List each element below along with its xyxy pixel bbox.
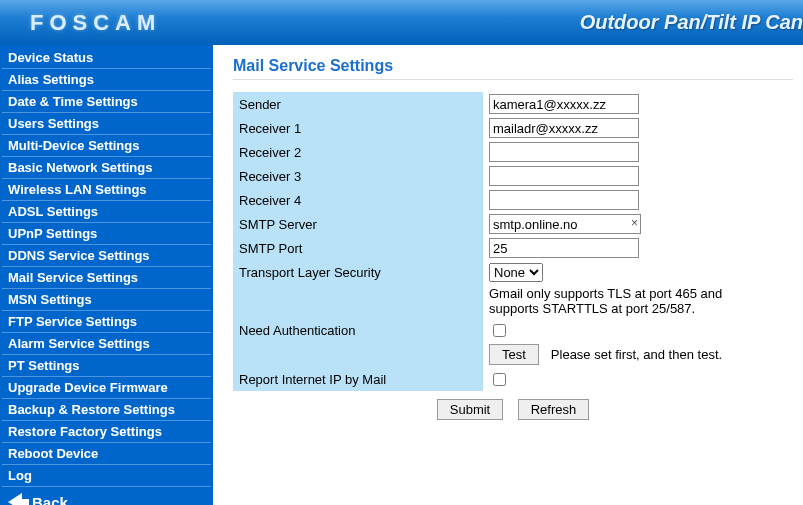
product-title: Outdoor Pan/Tilt IP Can — [580, 11, 803, 34]
sender-input[interactable] — [489, 94, 639, 114]
back-label: Back — [32, 494, 68, 506]
page-title: Mail Service Settings — [233, 57, 793, 75]
sidebar-item-8[interactable]: UPnP Settings — [2, 223, 211, 245]
label-report-ip: Report Internet IP by Mail — [233, 367, 483, 391]
tls-note: Gmail only supports TLS at port 465 and … — [483, 284, 773, 318]
test-row-spacer — [233, 342, 483, 367]
receiver4-input[interactable] — [489, 190, 639, 210]
need-auth-checkbox[interactable] — [493, 324, 506, 337]
sidebar-item-17[interactable]: Restore Factory Settings — [2, 421, 211, 443]
sidebar-item-4[interactable]: Multi-Device Settings — [2, 135, 211, 157]
submit-button[interactable]: Submit — [437, 399, 503, 420]
receiver1-input[interactable] — [489, 118, 639, 138]
receiver2-input[interactable] — [489, 142, 639, 162]
sidebar-item-7[interactable]: ADSL Settings — [2, 201, 211, 223]
sidebar-item-15[interactable]: Upgrade Device Firmware — [2, 377, 211, 399]
sidebar-item-12[interactable]: FTP Service Settings — [2, 311, 211, 333]
sidebar-item-13[interactable]: Alarm Service Settings — [2, 333, 211, 355]
label-sender: Sender — [233, 92, 483, 116]
top-banner: FOSCAM Outdoor Pan/Tilt IP Can — [0, 0, 803, 45]
label-need-auth: Need Authentication — [233, 318, 483, 342]
label-receiver3: Receiver 3 — [233, 164, 483, 188]
smtp-port-input[interactable] — [489, 238, 639, 258]
sidebar: Device StatusAlias SettingsDate & Time S… — [0, 45, 213, 505]
settings-form: Sender Receiver 1 Receiver 2 Receiver 3 … — [233, 92, 773, 391]
sidebar-item-14[interactable]: PT Settings — [2, 355, 211, 377]
sidebar-item-3[interactable]: Users Settings — [2, 113, 211, 135]
label-receiver1: Receiver 1 — [233, 116, 483, 140]
divider — [233, 79, 793, 80]
back-arrow-icon — [8, 493, 22, 505]
sidebar-item-0[interactable]: Device Status — [2, 47, 211, 69]
label-smtp-port: SMTP Port — [233, 236, 483, 260]
clear-smtp-icon[interactable]: × — [631, 216, 638, 230]
tls-select[interactable]: None — [489, 263, 543, 282]
receiver3-input[interactable] — [489, 166, 639, 186]
sidebar-item-6[interactable]: Wireless LAN Settings — [2, 179, 211, 201]
label-tls: Transport Layer Security — [233, 260, 483, 284]
test-button[interactable]: Test — [489, 344, 539, 365]
sidebar-item-5[interactable]: Basic Network Settings — [2, 157, 211, 179]
back-button[interactable]: Back — [2, 489, 211, 505]
test-note: Please set first, and then test. — [551, 347, 722, 362]
sidebar-item-9[interactable]: DDNS Service Settings — [2, 245, 211, 267]
sidebar-item-16[interactable]: Backup & Restore Settings — [2, 399, 211, 421]
tls-note-spacer — [233, 284, 483, 318]
sidebar-item-11[interactable]: MSN Settings — [2, 289, 211, 311]
button-row: Submit Refresh — [233, 399, 793, 420]
label-receiver4: Receiver 4 — [233, 188, 483, 212]
sidebar-item-10[interactable]: Mail Service Settings — [2, 267, 211, 289]
sidebar-item-2[interactable]: Date & Time Settings — [2, 91, 211, 113]
report-ip-checkbox[interactable] — [493, 373, 506, 386]
smtp-server-input[interactable] — [489, 214, 641, 234]
brand-logo: FOSCAM — [30, 10, 161, 36]
sidebar-item-1[interactable]: Alias Settings — [2, 69, 211, 91]
label-smtp-server: SMTP Server — [233, 212, 483, 236]
label-receiver2: Receiver 2 — [233, 140, 483, 164]
sidebar-item-18[interactable]: Reboot Device — [2, 443, 211, 465]
content-area: Mail Service Settings Sender Receiver 1 … — [213, 45, 803, 505]
refresh-button[interactable]: Refresh — [518, 399, 590, 420]
sidebar-item-19[interactable]: Log — [2, 465, 211, 487]
